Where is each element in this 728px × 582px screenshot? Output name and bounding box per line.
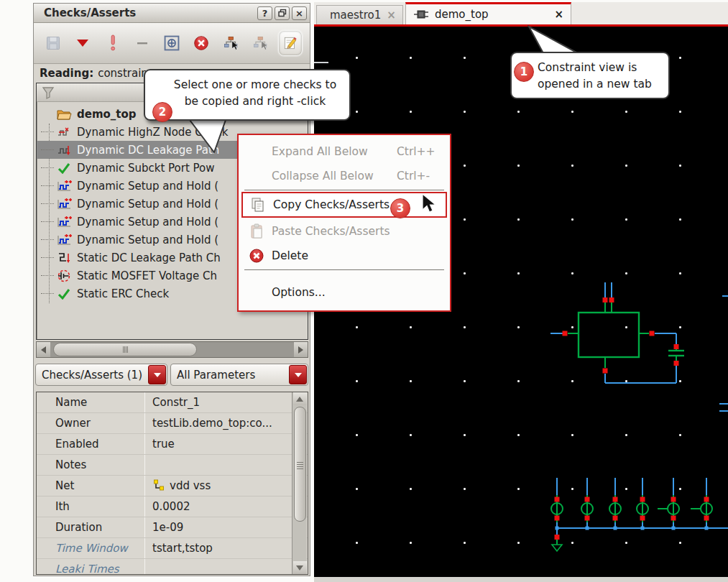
setup-hold-icon [55, 233, 73, 247]
table-row-owner: Owner testLib.demo_top:co... [37, 413, 308, 434]
menu-item-options[interactable]: Options... [239, 280, 450, 305]
edit-checks-icon [283, 34, 298, 52]
assert-button[interactable] [101, 30, 125, 56]
scroll-up-icon [296, 397, 303, 402]
panel-title: Checks/Asserts [44, 6, 255, 19]
callout-text: Select one or more checks to be copied a… [174, 78, 336, 108]
table-row-net: Net vdd vss [37, 476, 308, 496]
prop-label: Ith [37, 500, 144, 513]
menu-separator [244, 190, 444, 190]
menu-item-paste-checks[interactable]: Paste Checks/Asserts [239, 219, 450, 244]
vscroll-thumb[interactable] [294, 407, 306, 522]
close-panel-button[interactable]: × [292, 6, 307, 20]
step-badge-2: 2 [152, 102, 172, 122]
menu-item-collapse-all[interactable]: Collapse All Below Ctrl+- [239, 164, 450, 188]
panel-toolbar [34, 23, 310, 64]
run-dropdown-button[interactable] [70, 30, 95, 56]
shortcut: Ctrl+- [397, 170, 443, 183]
table-row-time-window: Time Window tstart,tstop [37, 538, 308, 559]
filter-combos: Checks/Asserts (1) All Parameters [34, 363, 311, 387]
tree-item-label: Static MOSFET Voltage Ch [77, 269, 217, 282]
copy-icon [249, 197, 267, 213]
tab-close-icon[interactable]: × [387, 9, 396, 22]
prop-value[interactable]: 0.0002 [144, 496, 308, 517]
zoom-fit-button[interactable] [160, 30, 184, 56]
step-badge-1: 1 [514, 62, 534, 82]
save-button[interactable] [41, 30, 65, 56]
prop-value[interactable]: testLib.demo_top:co... [144, 413, 308, 433]
checks-asserts-filter-dropdown-button[interactable] [148, 365, 166, 384]
prop-label: Enabled [37, 438, 144, 451]
schematic-symbol-icon [413, 8, 429, 21]
chevron-down-icon [295, 373, 302, 377]
prop-label: Owner [37, 417, 144, 430]
mouse-cursor-icon [420, 193, 438, 216]
help-icon: ? [262, 8, 268, 19]
tab-label: demo_top [435, 8, 489, 21]
tree-item-label: Dynamic Setup and Hold ( [77, 198, 218, 211]
check-icon [55, 287, 73, 301]
prop-value[interactable]: Constr_1 [144, 392, 308, 412]
prop-label: Duration [37, 521, 144, 534]
tree-item-label: Dynamic Setup and Hold ( [77, 216, 218, 228]
delete-icon [247, 248, 266, 264]
prop-value[interactable] [144, 455, 308, 475]
prop-value: vdd vss [170, 479, 211, 492]
table-row-name: Name Constr_1 [37, 392, 308, 413]
tab-maestro1[interactable]: maestro1 × [316, 5, 403, 24]
float-window-button[interactable] [275, 6, 290, 20]
ground-symbol [552, 545, 562, 551]
setup-hold-icon [55, 179, 73, 193]
shortcut: Ctrl++ [397, 145, 443, 158]
table-row-duration: Duration 1e-09 [37, 517, 308, 538]
hscroll-thumb[interactable] [53, 343, 197, 356]
checks-asserts-filter[interactable]: Checks/Asserts (1) [35, 364, 167, 386]
menu-item-expand-all[interactable]: Expand All Below Ctrl++ [239, 139, 450, 164]
context-menu: Expand All Below Ctrl++ Collapse All Bel… [237, 134, 451, 312]
prop-value[interactable]: true [144, 434, 308, 454]
close-icon: × [295, 8, 303, 19]
reading-value: constrain [98, 67, 148, 80]
tree-item-label: Static ERC Check [77, 287, 169, 300]
scroll-down-button[interactable] [293, 561, 307, 574]
tree-item-label: Dynamic Setup and Hold ( [77, 180, 218, 193]
tree-horizontal-scrollbar [36, 341, 308, 358]
prop-value[interactable]: tstart,tstop [144, 538, 308, 558]
menu-item-copy-checks[interactable]: Copy Checks/Asserts [241, 192, 447, 218]
save-icon [45, 34, 61, 52]
scroll-up-button[interactable] [293, 392, 307, 405]
hscroll-track [50, 342, 294, 357]
prop-value[interactable] [144, 559, 308, 575]
properties-table: Name Constr_1 Owner testLib.demo_top:co.… [36, 392, 308, 575]
prop-value[interactable]: 1e-09 [144, 517, 308, 537]
tab-demo-top[interactable]: demo_top × [405, 2, 571, 24]
collapse-button[interactable] [130, 30, 155, 56]
zoom-fit-icon [164, 33, 180, 53]
parameters-filter[interactable]: All Parameters [170, 364, 308, 386]
panel-titlebar: Checks/Asserts ? × [34, 4, 310, 23]
edit-checks-button[interactable] [278, 30, 303, 56]
paste-hierarchy-button[interactable] [249, 30, 273, 56]
tab-close-icon[interactable]: × [554, 8, 563, 21]
menu-item-delete[interactable]: Delete [239, 244, 450, 268]
copy-hierarchy-cursor-icon [224, 34, 239, 52]
table-row-leak-times: Leaki Times [37, 559, 308, 575]
scroll-right-button[interactable] [294, 342, 308, 357]
prop-label: Net [37, 479, 144, 492]
parameters-filter-value: All Parameters [171, 369, 289, 382]
step-badge-3: 3 [390, 198, 410, 218]
tree-item-label: demo_top [77, 108, 137, 121]
help-button[interactable]: ? [257, 6, 272, 20]
parameters-filter-dropdown-button[interactable] [289, 365, 307, 384]
props-vertical-scrollbar [292, 392, 307, 574]
callout-text: Constraint view is opened in a new tab [538, 61, 652, 91]
scroll-left-button[interactable] [37, 342, 50, 357]
prop-label: Time Window [37, 542, 144, 555]
copy-hierarchy-button[interactable] [219, 30, 244, 56]
folder-icon [55, 107, 73, 121]
prop-label: Leaki Times [37, 563, 144, 575]
paste-icon [247, 223, 266, 239]
waveform-leak-icon [55, 143, 73, 157]
delete-check-button[interactable] [189, 30, 213, 56]
canvas-footer-strip [314, 577, 728, 582]
